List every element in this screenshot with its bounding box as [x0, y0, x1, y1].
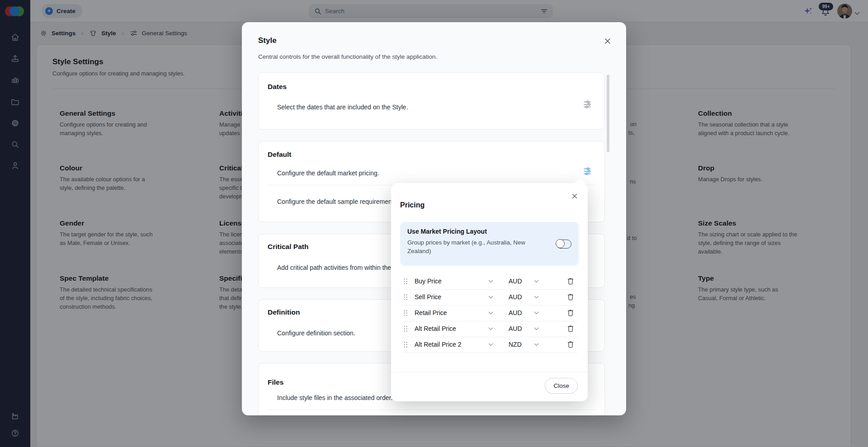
chevron-down-icon[interactable] — [534, 327, 539, 330]
configure-dates-icon[interactable] — [583, 100, 592, 109]
price-row-buy: Buy Price AUD — [391, 273, 588, 289]
chevron-down-icon[interactable] — [534, 280, 539, 283]
currency-select[interactable]: NZD — [509, 341, 522, 348]
modal-scrollbar-thumb[interactable] — [607, 75, 609, 152]
drag-handle-icon[interactable] — [403, 325, 408, 332]
delete-icon[interactable] — [566, 309, 575, 317]
price-type-select[interactable]: Retail Price — [415, 309, 447, 316]
price-type-select[interactable]: Alt Retail Price 2 — [415, 341, 461, 348]
chevron-down-icon[interactable] — [534, 296, 539, 299]
price-row-alt-retail-2: Alt Retail Price 2 NZD — [391, 337, 588, 353]
close-icon[interactable] — [571, 192, 579, 200]
chevron-down-icon[interactable] — [488, 327, 493, 330]
price-type-select[interactable]: Alt Retail Price — [415, 325, 456, 332]
divider — [401, 353, 577, 353]
modal-subtitle: Central controls for the overall functio… — [258, 53, 437, 60]
configure-pricing-icon[interactable] — [583, 167, 592, 176]
chevron-down-icon[interactable] — [488, 280, 493, 283]
footer-divider — [391, 372, 588, 372]
market-pricing-panel: Use Market Pricing Layout Group prices b… — [400, 222, 579, 266]
delete-icon[interactable] — [566, 277, 575, 286]
delete-icon[interactable] — [566, 340, 575, 349]
pricing-popover: Pricing Use Market Pricing Layout Group … — [391, 183, 588, 401]
price-type-select[interactable]: Buy Price — [415, 278, 442, 285]
toggle-description: Group prices by market (e.g., Australia,… — [407, 238, 543, 255]
price-type-select[interactable]: Sell Price — [415, 293, 441, 301]
chevron-down-icon[interactable] — [488, 296, 493, 299]
drag-handle-icon[interactable] — [403, 278, 408, 285]
toggle-title: Use Market Pricing Layout — [407, 228, 487, 235]
chevron-down-icon[interactable] — [488, 311, 493, 315]
currency-select[interactable]: AUD — [509, 325, 522, 332]
drag-handle-icon[interactable] — [403, 341, 408, 348]
price-row-alt-retail: Alt Retail Price AUD — [391, 321, 588, 337]
market-pricing-toggle[interactable] — [556, 240, 571, 249]
drag-handle-icon[interactable] — [403, 294, 408, 301]
modal-title: Style — [258, 36, 277, 45]
popover-title: Pricing — [400, 201, 425, 209]
currency-select[interactable]: AUD — [509, 309, 522, 316]
chevron-down-icon[interactable] — [488, 343, 493, 346]
delete-icon[interactable] — [566, 325, 575, 333]
currency-select[interactable]: AUD — [509, 293, 522, 301]
toggle-knob — [556, 239, 565, 248]
app-root: + Create 99+ Settings › Style — [0, 0, 868, 447]
drag-handle-icon[interactable] — [403, 310, 408, 316]
price-row-retail: Retail Price AUD — [391, 305, 588, 321]
popover-arrow — [574, 178, 586, 184]
price-row-sell: Sell Price AUD — [391, 289, 588, 305]
section-dates: Dates Select the dates that are included… — [258, 72, 605, 130]
currency-select[interactable]: AUD — [509, 278, 522, 285]
close-button[interactable]: Close — [545, 378, 578, 394]
close-icon[interactable] — [604, 37, 612, 45]
divider — [268, 409, 595, 410]
chevron-down-icon[interactable] — [534, 311, 539, 315]
chevron-down-icon[interactable] — [534, 343, 539, 346]
delete-icon[interactable] — [566, 293, 575, 301]
